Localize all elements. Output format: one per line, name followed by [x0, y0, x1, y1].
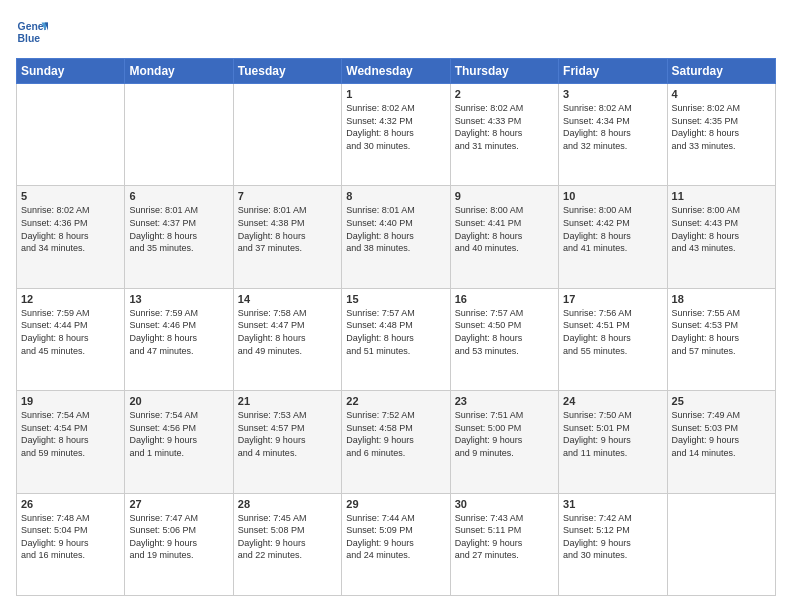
day-number: 23 — [455, 395, 554, 407]
day-info: Sunrise: 8:01 AM Sunset: 4:38 PM Dayligh… — [238, 204, 337, 254]
calendar-cell: 26Sunrise: 7:48 AM Sunset: 5:04 PM Dayli… — [17, 493, 125, 595]
calendar-cell: 5Sunrise: 8:02 AM Sunset: 4:36 PM Daylig… — [17, 186, 125, 288]
calendar-cell: 24Sunrise: 7:50 AM Sunset: 5:01 PM Dayli… — [559, 391, 667, 493]
day-info: Sunrise: 8:02 AM Sunset: 4:33 PM Dayligh… — [455, 102, 554, 152]
calendar-cell: 30Sunrise: 7:43 AM Sunset: 5:11 PM Dayli… — [450, 493, 558, 595]
day-number: 4 — [672, 88, 771, 100]
calendar-cell: 9Sunrise: 8:00 AM Sunset: 4:41 PM Daylig… — [450, 186, 558, 288]
day-info: Sunrise: 8:02 AM Sunset: 4:35 PM Dayligh… — [672, 102, 771, 152]
day-info: Sunrise: 7:52 AM Sunset: 4:58 PM Dayligh… — [346, 409, 445, 459]
calendar-cell — [233, 84, 341, 186]
calendar-cell: 17Sunrise: 7:56 AM Sunset: 4:51 PM Dayli… — [559, 288, 667, 390]
day-number: 31 — [563, 498, 662, 510]
calendar-cell: 20Sunrise: 7:54 AM Sunset: 4:56 PM Dayli… — [125, 391, 233, 493]
week-row-4: 26Sunrise: 7:48 AM Sunset: 5:04 PM Dayli… — [17, 493, 776, 595]
calendar-table: SundayMondayTuesdayWednesdayThursdayFrid… — [16, 58, 776, 596]
weekday-header-row: SundayMondayTuesdayWednesdayThursdayFrid… — [17, 59, 776, 84]
calendar-cell: 27Sunrise: 7:47 AM Sunset: 5:06 PM Dayli… — [125, 493, 233, 595]
day-number: 1 — [346, 88, 445, 100]
day-info: Sunrise: 7:59 AM Sunset: 4:46 PM Dayligh… — [129, 307, 228, 357]
day-info: Sunrise: 7:47 AM Sunset: 5:06 PM Dayligh… — [129, 512, 228, 562]
day-info: Sunrise: 8:01 AM Sunset: 4:40 PM Dayligh… — [346, 204, 445, 254]
calendar-cell: 28Sunrise: 7:45 AM Sunset: 5:08 PM Dayli… — [233, 493, 341, 595]
calendar-cell: 29Sunrise: 7:44 AM Sunset: 5:09 PM Dayli… — [342, 493, 450, 595]
day-number: 21 — [238, 395, 337, 407]
day-info: Sunrise: 8:02 AM Sunset: 4:34 PM Dayligh… — [563, 102, 662, 152]
weekday-header-monday: Monday — [125, 59, 233, 84]
day-number: 22 — [346, 395, 445, 407]
calendar-cell: 14Sunrise: 7:58 AM Sunset: 4:47 PM Dayli… — [233, 288, 341, 390]
calendar-cell: 25Sunrise: 7:49 AM Sunset: 5:03 PM Dayli… — [667, 391, 775, 493]
day-info: Sunrise: 7:53 AM Sunset: 4:57 PM Dayligh… — [238, 409, 337, 459]
day-info: Sunrise: 8:00 AM Sunset: 4:41 PM Dayligh… — [455, 204, 554, 254]
logo: General Blue — [16, 16, 48, 48]
day-number: 10 — [563, 190, 662, 202]
day-number: 20 — [129, 395, 228, 407]
calendar-cell: 3Sunrise: 8:02 AM Sunset: 4:34 PM Daylig… — [559, 84, 667, 186]
week-row-1: 5Sunrise: 8:02 AM Sunset: 4:36 PM Daylig… — [17, 186, 776, 288]
day-number: 16 — [455, 293, 554, 305]
day-number: 8 — [346, 190, 445, 202]
calendar-cell — [667, 493, 775, 595]
weekday-header-sunday: Sunday — [17, 59, 125, 84]
week-row-2: 12Sunrise: 7:59 AM Sunset: 4:44 PM Dayli… — [17, 288, 776, 390]
day-number: 26 — [21, 498, 120, 510]
week-row-3: 19Sunrise: 7:54 AM Sunset: 4:54 PM Dayli… — [17, 391, 776, 493]
day-number: 27 — [129, 498, 228, 510]
day-info: Sunrise: 7:48 AM Sunset: 5:04 PM Dayligh… — [21, 512, 120, 562]
day-info: Sunrise: 7:43 AM Sunset: 5:11 PM Dayligh… — [455, 512, 554, 562]
calendar-cell: 13Sunrise: 7:59 AM Sunset: 4:46 PM Dayli… — [125, 288, 233, 390]
day-info: Sunrise: 7:54 AM Sunset: 4:56 PM Dayligh… — [129, 409, 228, 459]
day-info: Sunrise: 8:01 AM Sunset: 4:37 PM Dayligh… — [129, 204, 228, 254]
day-info: Sunrise: 7:50 AM Sunset: 5:01 PM Dayligh… — [563, 409, 662, 459]
calendar-cell: 16Sunrise: 7:57 AM Sunset: 4:50 PM Dayli… — [450, 288, 558, 390]
day-number: 9 — [455, 190, 554, 202]
day-number: 24 — [563, 395, 662, 407]
weekday-header-saturday: Saturday — [667, 59, 775, 84]
day-info: Sunrise: 7:58 AM Sunset: 4:47 PM Dayligh… — [238, 307, 337, 357]
day-number: 17 — [563, 293, 662, 305]
day-number: 30 — [455, 498, 554, 510]
day-number: 25 — [672, 395, 771, 407]
day-number: 28 — [238, 498, 337, 510]
calendar-cell: 7Sunrise: 8:01 AM Sunset: 4:38 PM Daylig… — [233, 186, 341, 288]
day-info: Sunrise: 7:51 AM Sunset: 5:00 PM Dayligh… — [455, 409, 554, 459]
logo-icon: General Blue — [16, 16, 48, 48]
day-number: 11 — [672, 190, 771, 202]
day-number: 7 — [238, 190, 337, 202]
day-number: 13 — [129, 293, 228, 305]
calendar-cell: 31Sunrise: 7:42 AM Sunset: 5:12 PM Dayli… — [559, 493, 667, 595]
calendar-cell: 8Sunrise: 8:01 AM Sunset: 4:40 PM Daylig… — [342, 186, 450, 288]
day-info: Sunrise: 7:57 AM Sunset: 4:50 PM Dayligh… — [455, 307, 554, 357]
calendar-cell: 6Sunrise: 8:01 AM Sunset: 4:37 PM Daylig… — [125, 186, 233, 288]
day-number: 2 — [455, 88, 554, 100]
calendar-cell: 19Sunrise: 7:54 AM Sunset: 4:54 PM Dayli… — [17, 391, 125, 493]
day-info: Sunrise: 8:02 AM Sunset: 4:36 PM Dayligh… — [21, 204, 120, 254]
calendar-cell: 22Sunrise: 7:52 AM Sunset: 4:58 PM Dayli… — [342, 391, 450, 493]
day-number: 15 — [346, 293, 445, 305]
weekday-header-tuesday: Tuesday — [233, 59, 341, 84]
day-info: Sunrise: 7:49 AM Sunset: 5:03 PM Dayligh… — [672, 409, 771, 459]
header: General Blue — [16, 16, 776, 48]
day-info: Sunrise: 7:56 AM Sunset: 4:51 PM Dayligh… — [563, 307, 662, 357]
calendar-cell: 23Sunrise: 7:51 AM Sunset: 5:00 PM Dayli… — [450, 391, 558, 493]
calendar-cell: 18Sunrise: 7:55 AM Sunset: 4:53 PM Dayli… — [667, 288, 775, 390]
svg-text:Blue: Blue — [18, 33, 41, 44]
calendar-cell: 4Sunrise: 8:02 AM Sunset: 4:35 PM Daylig… — [667, 84, 775, 186]
day-number: 12 — [21, 293, 120, 305]
day-number: 5 — [21, 190, 120, 202]
day-number: 6 — [129, 190, 228, 202]
calendar-cell: 12Sunrise: 7:59 AM Sunset: 4:44 PM Dayli… — [17, 288, 125, 390]
calendar-cell: 21Sunrise: 7:53 AM Sunset: 4:57 PM Dayli… — [233, 391, 341, 493]
calendar-cell: 11Sunrise: 8:00 AM Sunset: 4:43 PM Dayli… — [667, 186, 775, 288]
weekday-header-thursday: Thursday — [450, 59, 558, 84]
calendar-cell: 1Sunrise: 8:02 AM Sunset: 4:32 PM Daylig… — [342, 84, 450, 186]
week-row-0: 1Sunrise: 8:02 AM Sunset: 4:32 PM Daylig… — [17, 84, 776, 186]
calendar-cell — [17, 84, 125, 186]
weekday-header-friday: Friday — [559, 59, 667, 84]
day-info: Sunrise: 7:54 AM Sunset: 4:54 PM Dayligh… — [21, 409, 120, 459]
day-number: 29 — [346, 498, 445, 510]
day-info: Sunrise: 7:59 AM Sunset: 4:44 PM Dayligh… — [21, 307, 120, 357]
day-number: 14 — [238, 293, 337, 305]
day-info: Sunrise: 7:44 AM Sunset: 5:09 PM Dayligh… — [346, 512, 445, 562]
